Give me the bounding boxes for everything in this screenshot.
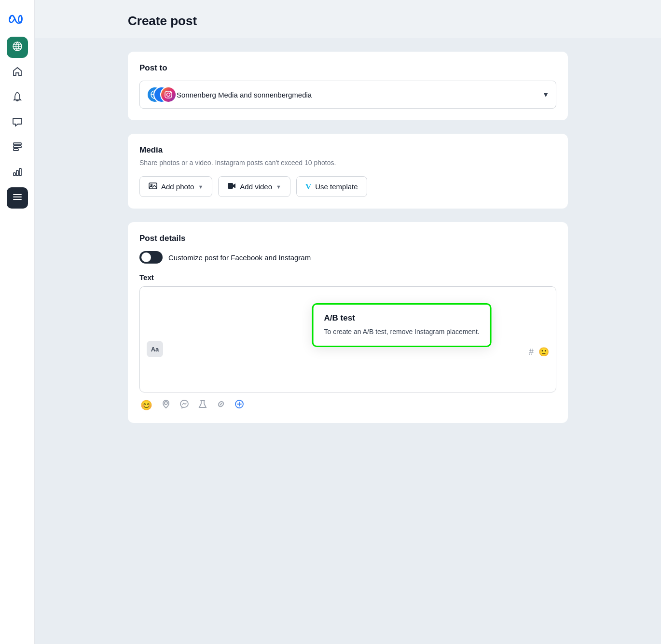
media-card: Media Share photos or a video. Instagram… [128,134,568,209]
sidebar-item-content[interactable] [7,137,28,158]
location-icon[interactable] [161,399,171,411]
globe-network-icon [12,41,23,54]
svg-rect-9 [165,91,172,98]
add-video-label: Add video [240,182,272,191]
text-area-container: A/B test To create an A/B test, remove I… [139,286,556,392]
add-video-chevron-icon: ▼ [276,184,281,190]
vimeo-icon: V [305,182,311,192]
post-to-account: Sonnenberg Media and sonnenbergmedia [177,91,312,99]
main-content: Create post Post to [35,0,661,644]
emoji-toolbar-icon[interactable]: 🙂 [538,347,549,357]
ab-test-popup: A/B test To create an A/B test, remove I… [312,303,492,347]
page-title-bar: Create post [35,0,661,38]
sidebar-item-home[interactable] [7,62,28,83]
video-icon [227,182,236,192]
post-to-card: Post to f [128,52,568,120]
svg-point-10 [167,93,170,97]
text-toolbar-right: # 🙂 [529,347,549,357]
text-area-inner: A/B test To create an A/B test, remove I… [147,294,549,361]
sidebar-item-menu[interactable] [7,187,28,209]
svg-point-15 [165,402,167,405]
chevron-down-icon: ▼ [542,91,549,98]
ab-popup-title: A/B test [324,313,480,323]
ab-popup-description: To create an A/B test, remove Instagram … [324,327,480,337]
svg-rect-6 [16,170,18,176]
svg-rect-7 [19,168,21,176]
customize-toggle[interactable] [139,251,163,264]
text-label: Text [139,273,556,281]
media-buttons: Add photo ▼ Add video ▼ V Use temp [139,176,556,197]
emoji-bottom-icon[interactable]: 😊 [140,399,152,411]
use-template-label: Use template [315,182,358,191]
post-to-dropdown[interactable]: f Sonnenberg Media and sonnenbergmedia ▼ [139,81,556,109]
add-photo-button[interactable]: Add photo ▼ [139,176,212,197]
messenger-bottom-icon[interactable] [179,399,189,411]
chart-icon [12,167,23,180]
bell-icon [12,91,23,104]
flask-icon[interactable] [198,399,207,411]
sidebar-item-notifications[interactable] [7,87,28,108]
svg-point-11 [170,92,171,93]
toggle-knob [141,252,151,262]
bottom-toolbar: 😊 [139,399,556,411]
media-title: Media [139,145,556,155]
content-icon [12,141,23,154]
platform-icons: f [147,86,172,103]
post-details-card: Post details Customize post for Facebook… [128,222,568,423]
svg-rect-3 [14,146,21,148]
svg-rect-4 [14,149,18,151]
add-photo-label: Add photo [161,182,194,191]
instagram-platform-icon [160,86,177,103]
post-details-title: Post details [139,234,556,243]
sidebar-item-messages[interactable] [7,112,28,133]
svg-rect-5 [14,173,15,176]
sidebar-item-globe[interactable] [7,37,28,58]
text-toolbar-left: Aa [147,341,163,357]
menu-icon [12,192,23,205]
sidebar [0,0,35,644]
svg-rect-2 [14,143,21,145]
sidebar-item-analytics[interactable] [7,162,28,183]
hashtag-icon[interactable]: # [529,347,534,357]
photo-icon [149,182,157,192]
chat-icon [12,116,23,129]
svg-rect-14 [228,183,233,189]
use-template-button[interactable]: V Use template [296,176,367,197]
more-icon[interactable] [234,399,244,411]
add-video-button[interactable]: Add video ▼ [218,176,290,197]
post-to-left: f Sonnenberg Media and sonnenbergmedia [147,86,312,103]
link-icon[interactable] [216,399,226,411]
add-photo-chevron-icon: ▼ [198,184,203,190]
media-subtitle: Share photos or a video. Instagram posts… [139,159,556,167]
toggle-row: Customize post for Facebook and Instagra… [139,251,556,264]
post-to-title: Post to [139,63,556,73]
meta-logo [7,8,28,29]
font-size-icon[interactable]: Aa [147,341,163,357]
page-title: Create post [128,14,568,28]
home-icon [12,66,23,79]
toggle-label: Customize post for Facebook and Instagra… [168,253,311,262]
svg-rect-12 [149,183,157,189]
